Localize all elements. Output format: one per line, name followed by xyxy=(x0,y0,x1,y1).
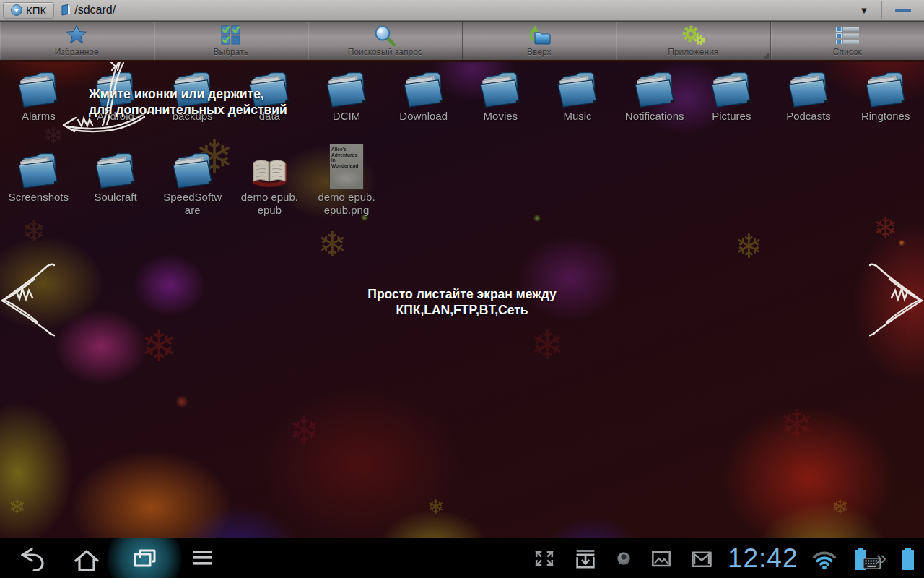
recents-icon xyxy=(127,543,162,574)
file-item[interactable]: Download xyxy=(385,66,462,147)
snowflake-decoration: ❄ xyxy=(289,412,321,449)
file-label: SpeedSoftware xyxy=(163,191,222,217)
star-icon xyxy=(66,24,87,46)
file-label: DCIM xyxy=(333,110,360,123)
toolbar-button-label: Приложения xyxy=(668,47,718,57)
clock[interactable]: 12:42 xyxy=(728,538,798,578)
gallery-icon[interactable] xyxy=(647,545,676,572)
chevron-down-icon: ▼ xyxy=(860,5,869,16)
device-tab-label: КПК xyxy=(26,4,46,17)
titlebar: КПК /sdcard/ ▼ xyxy=(0,0,924,21)
thumbnail-text: Alice'sAdventuresin Wonderland xyxy=(331,147,362,168)
folder-icon xyxy=(555,66,600,108)
device-tab-button[interactable]: КПК xyxy=(3,2,54,19)
file-label: Music xyxy=(563,110,591,123)
file-item[interactable]: Movies xyxy=(462,66,539,147)
file-item[interactable]: Ringtones xyxy=(847,66,924,147)
circle-indicator-icon[interactable] xyxy=(612,547,635,570)
toolbar-button-search[interactable]: Поисковый запрос xyxy=(308,22,463,60)
epub-book-icon xyxy=(250,147,289,189)
file-item[interactable]: DCIM xyxy=(308,66,385,147)
folder-icon xyxy=(863,66,908,108)
toolbar-button-apps[interactable]: Приложения xyxy=(616,22,771,60)
fullscreen-icon[interactable] xyxy=(530,545,559,572)
file-item[interactable]: Notifications xyxy=(616,66,693,147)
file-item[interactable]: Music xyxy=(539,66,616,147)
battery-icon[interactable] xyxy=(850,543,871,574)
toolbar-button-list[interactable]: Список xyxy=(771,22,924,60)
path-field[interactable]: /sdcard/ xyxy=(61,4,116,17)
folder-icon xyxy=(709,66,754,108)
toolbar-button-favorites[interactable]: Избранное xyxy=(0,22,154,60)
toolbar-button-label: Избранное xyxy=(55,47,99,57)
search-icon xyxy=(374,24,396,46)
file-label: Podcasts xyxy=(786,110,831,123)
capture-tray-icon[interactable] xyxy=(570,544,601,573)
file-item[interactable]: Screenshots xyxy=(0,147,77,228)
file-item[interactable]: SpeedSoftware xyxy=(154,147,231,228)
menu-icon xyxy=(185,543,219,574)
snowflake-decoration: ❄ xyxy=(141,325,177,368)
snowflake-decoration: ❄ xyxy=(9,497,25,517)
snowflake-decoration: ❄ xyxy=(531,325,565,366)
home-icon xyxy=(69,543,104,574)
dropdown-button[interactable]: ▼ xyxy=(847,0,881,20)
snowflake-decoration: ❄ xyxy=(427,497,444,517)
folder-up-icon xyxy=(527,24,552,46)
file-item[interactable]: Alice'sAdventuresin Wonderlanddemo epub.… xyxy=(308,147,385,228)
swipe-left-arrow-sketch xyxy=(0,262,55,341)
folder-icon xyxy=(786,66,831,108)
system-navbar: 12:42 xyxy=(0,538,924,578)
file-label: Movies xyxy=(484,110,518,123)
snowflake-decoration: ❄ xyxy=(832,497,848,517)
file-item[interactable]: Soulcraft xyxy=(77,147,154,228)
toolbar-button-select[interactable]: Выбрать xyxy=(154,22,309,60)
folder-icon xyxy=(478,66,523,108)
gears-icon xyxy=(681,24,705,46)
folder-icon xyxy=(93,147,138,189)
file-item[interactable]: demo epub.epub xyxy=(231,147,308,228)
file-item[interactable]: Pictures xyxy=(693,66,770,147)
file-label: Ringtones xyxy=(861,110,910,123)
wifi-icon[interactable] xyxy=(810,543,839,574)
snowflake-decoration: ❄ xyxy=(318,228,346,262)
file-label: Download xyxy=(399,110,448,123)
swipe-right-arrow-sketch xyxy=(869,262,924,341)
folder-icon xyxy=(401,66,446,108)
toolbar: ИзбранноеВыбратьПоисковый запросВверхПри… xyxy=(0,21,924,62)
file-label: Pictures xyxy=(712,110,751,123)
toolbar-button-up[interactable]: Вверх xyxy=(463,22,617,60)
file-label: demo epub.epub xyxy=(241,191,298,217)
file-label: Soulcraft xyxy=(94,191,136,204)
menu-button[interactable] xyxy=(173,538,231,578)
minimize-button[interactable] xyxy=(882,0,924,20)
path-text: /sdcard/ xyxy=(74,4,116,17)
snowflake-decoration: ❄ xyxy=(735,230,763,263)
file-label: Notifications xyxy=(625,110,684,123)
toolbar-button-label: Вверх xyxy=(527,47,551,57)
image-thumbnail: Alice'sAdventuresin Wonderland xyxy=(330,147,363,189)
battery-icon-secondary[interactable] xyxy=(898,543,918,574)
thumbnail-sketch xyxy=(331,171,362,188)
minimize-icon xyxy=(895,9,911,12)
snowflake-decoration: ❄ xyxy=(780,405,814,445)
file-item[interactable]: Podcasts xyxy=(770,66,847,147)
file-label: Screenshots xyxy=(9,191,69,204)
folder-icon xyxy=(324,66,369,108)
toolbar-button-label: Выбрать xyxy=(214,47,248,57)
back-icon xyxy=(12,543,46,574)
folder-icon xyxy=(170,147,215,189)
toolbar-button-label: Список xyxy=(833,47,862,57)
folder-icon xyxy=(632,66,677,108)
file-manager-screen: ❄❄❄❄❄❄❄❄❄❄❄❄❄❄❄❄ КПК /sdcard/ ▼ xyxy=(0,0,924,578)
recents-button[interactable] xyxy=(116,538,173,578)
gmail-icon[interactable] xyxy=(687,545,716,572)
folder-icon xyxy=(16,147,61,189)
chevron-right-icon: » xyxy=(876,547,886,569)
toolbar-button-label: Поисковый запрос xyxy=(348,47,422,57)
back-button[interactable] xyxy=(0,538,58,578)
storage-icon xyxy=(61,4,71,16)
device-sphere-icon xyxy=(11,4,22,16)
swipe-hint-text: Просто листайте экран между КПК,LAN,FTP,… xyxy=(0,286,924,318)
list-view-icon xyxy=(836,24,859,46)
